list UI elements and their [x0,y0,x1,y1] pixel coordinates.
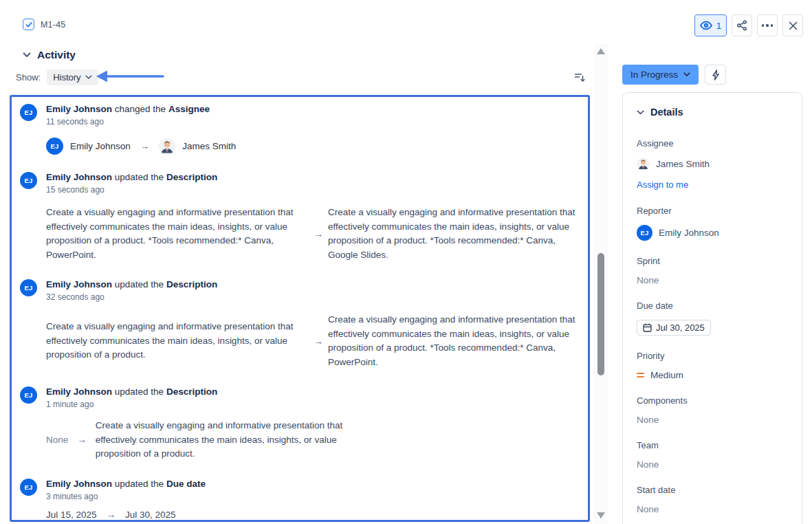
chevron-down-icon [683,72,690,77]
arrow-right-icon: → [104,510,119,520]
avatar-emily-johnson: EJ [637,225,652,241]
vertical-scrollbar[interactable] [594,44,608,524]
field-label: Assignee [637,138,788,149]
status-value: In Progress [630,69,678,80]
field-components: Components None [637,395,788,425]
field-label: Start date [637,485,788,495]
details-panel: Details Assignee James Smith Assign to m… [622,92,802,524]
field-label: Priority [637,351,788,361]
reporter-name: Emily Johnson [659,228,719,238]
details-header[interactable]: Details [637,107,788,118]
avatar-james-smith [159,138,175,155]
new-description: Create a visually engaging and informati… [96,419,359,461]
old-description: Create a visually engaging and informati… [46,206,309,262]
description-diff: None → Create a visually engaging and in… [46,419,580,461]
field-label: Components [637,395,788,406]
task-type-icon [23,19,34,30]
automation-button[interactable] [705,65,726,85]
avatar-emily-johnson: EJ [46,138,63,155]
avatar-emily-johnson: EJ [20,279,37,296]
history-item-timestamp: 11 seconds ago [46,117,580,127]
due-date-diff: Jul 15, 2025 → Jul 30, 2025 [46,510,580,520]
status-dropdown[interactable]: In Progress [622,65,699,85]
assignee-change-row: EJ Emily Johnson → James Smith [46,138,580,155]
history-item: EJ Emily Johnson updated the Description… [20,279,580,369]
issue-breadcrumb: M1-45 [23,19,65,30]
arrow-right-icon: → [309,229,328,239]
arrow-right-icon: → [138,141,153,151]
field-label: Team [637,440,788,450]
new-date: Jul 30, 2025 [125,510,176,520]
field-start-date: Start date None [637,485,788,514]
history-item-timestamp: 15 seconds ago [46,185,580,195]
issue-key[interactable]: M1-45 [41,20,65,30]
history-item-timestamp: 3 minutes ago [46,492,580,501]
history-list-panel: EJ Emily Johnson changed the Assignee 11… [10,95,590,522]
priority-name: Medium [650,370,683,380]
field-label: Due date [637,301,788,311]
sprint-value[interactable]: None [637,275,788,285]
sort-order-button[interactable] [571,69,588,85]
history-item: EJ Emily Johnson updated the Description… [20,172,580,262]
lightning-icon [712,69,720,80]
arrow-right-icon: → [74,435,89,445]
avatar-james-smith [637,157,650,171]
scroll-down-arrow[interactable] [597,512,605,518]
start-date-value[interactable]: None [637,504,788,514]
avatar-emily-johnson: EJ [20,479,37,496]
old-date: Jul 15, 2025 [46,510,97,520]
avatar-emily-johnson: EJ [20,104,37,121]
chevron-down-icon [85,75,92,80]
description-diff: Create a visually engaging and informati… [46,206,580,262]
new-description: Create a visually engaging and informati… [328,206,580,262]
activity-filter-dropdown[interactable]: History [47,69,98,85]
history-item: EJ Emily Johnson updated the Due date 3 … [20,479,580,520]
avatar-emily-johnson: EJ [20,172,37,189]
annotation-arrow-left [95,69,165,84]
calendar-icon [643,323,652,332]
old-value: None [46,435,68,445]
status-row: In Progress [622,65,726,85]
field-due-date: Due date Jul 30, 2025 [637,301,788,336]
sort-newest-first-icon [574,72,586,83]
history-item-timestamp: 1 minute ago [46,400,580,409]
new-description: Create a visually engaging and informati… [328,313,580,369]
avatar-emily-johnson: EJ [20,386,37,404]
history-item-title: Emily Johnson updated the Description [46,172,580,182]
assignee-value[interactable]: James Smith [637,157,788,171]
details-title: Details [650,107,683,118]
reporter-value[interactable]: EJ Emily Johnson [637,225,788,241]
history-item-title: Emily Johnson updated the Description [46,279,580,290]
chevron-down-icon [637,110,644,115]
priority-value[interactable]: Medium [637,370,788,380]
history-item: EJ Emily Johnson updated the Description… [20,386,580,461]
history-item-timestamp: 32 seconds ago [46,292,580,302]
field-reporter: Reporter EJ Emily Johnson [637,206,788,241]
scroll-up-arrow[interactable] [597,48,605,54]
arrow-right-icon: → [309,336,328,347]
assignee-name: James Smith [656,159,710,169]
to-user: James Smith [182,141,236,151]
field-sprint: Sprint None [637,256,788,285]
activity-title: Activity [37,49,76,61]
description-diff: Create a visually engaging and informati… [46,313,580,369]
old-description: Create a visually engaging and informati… [46,320,309,362]
field-team: Team None [637,440,788,470]
activity-section-header[interactable]: Activity [23,49,76,61]
history-item-title: Emily Johnson changed the Assignee [46,104,580,114]
assign-to-me-link[interactable]: Assign to me [637,179,688,190]
team-value[interactable]: None [637,459,788,470]
field-label: Reporter [637,206,788,216]
history-item-title: Emily Johnson updated the Due date [46,479,580,489]
due-date-value: Jul 30, 2025 [656,323,705,333]
show-label: Show: [16,72,41,83]
chevron-down-icon [23,52,31,58]
components-value[interactable]: None [637,415,788,425]
history-item: EJ Emily Johnson changed the Assignee 11… [20,104,580,155]
scrollbar-thumb[interactable] [597,253,604,375]
due-date-picker[interactable]: Jul 30, 2025 [637,320,711,336]
issue-sidebar: In Progress Details Assignee James Smith [622,0,802,524]
from-user: Emily Johnson [70,141,131,151]
priority-medium-icon [637,373,644,378]
field-assignee: Assignee James Smith Assign to me [637,138,788,190]
